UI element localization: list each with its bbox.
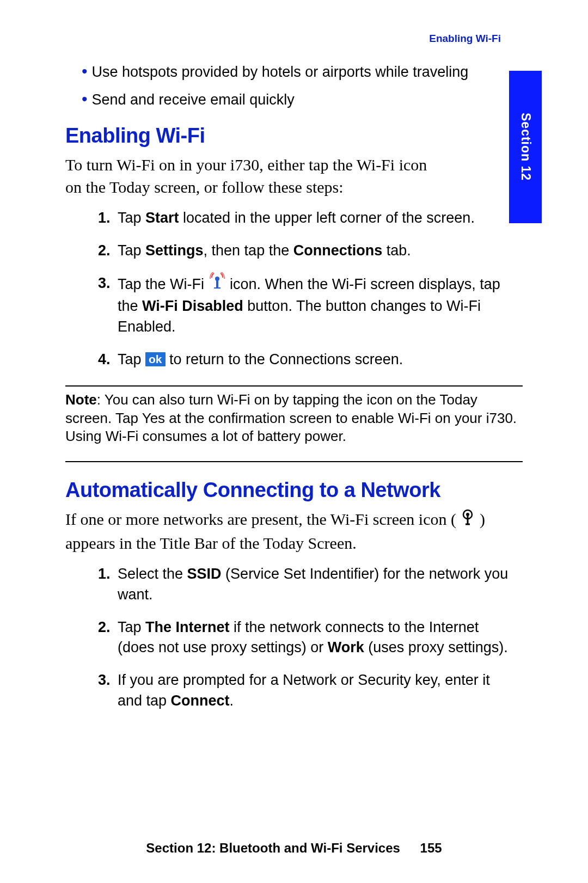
bold-text: Settings bbox=[145, 242, 204, 259]
step-4: Tap ok to return to the Connections scre… bbox=[98, 349, 517, 370]
svg-point-1 bbox=[215, 277, 219, 281]
note-block: Note: You can also turn Wi-Fi on by tapp… bbox=[65, 391, 523, 446]
page-content: Enabling Wi-Fi Section 12 • Use hotspots… bbox=[0, 0, 588, 883]
steps-auto-connect: Select the SSID (Service Set Indentifier… bbox=[98, 564, 523, 712]
steps-enabling: Tap Start located in the upper left corn… bbox=[98, 208, 523, 370]
bold-text: SSID bbox=[187, 566, 222, 582]
divider bbox=[65, 461, 523, 462]
intro-paragraph-1: To turn Wi-Fi on in your i730, either ta… bbox=[65, 154, 523, 198]
page-footer: Section 12: Bluetooth and Wi-Fi Services… bbox=[0, 841, 588, 856]
step-3: If you are prompted for a Network or Sec… bbox=[98, 670, 517, 712]
bold-text: Connections bbox=[293, 242, 383, 259]
bullet-icon: • bbox=[82, 91, 88, 107]
text: Tap bbox=[118, 619, 145, 635]
bold-text: Start bbox=[145, 210, 179, 226]
text: to return to the Connections screen. bbox=[169, 351, 403, 367]
bold-text: The Internet bbox=[145, 619, 230, 635]
text: , then tap the bbox=[204, 242, 293, 259]
intro-bullets: • Use hotspots provided by hotels or air… bbox=[82, 61, 523, 111]
list-item: • Use hotspots provided by hotels or air… bbox=[82, 61, 523, 83]
heading-enabling-wifi: Enabling Wi-Fi bbox=[65, 124, 523, 148]
wifi-screen-icon bbox=[460, 509, 475, 531]
text: Tap bbox=[118, 210, 145, 226]
step-1: Select the SSID (Service Set Indentifier… bbox=[98, 564, 517, 605]
bullet-icon: • bbox=[82, 63, 88, 79]
bold-text: Connect bbox=[171, 692, 230, 709]
list-item: • Send and receive email quickly bbox=[82, 89, 523, 111]
bullet-text: Send and receive email quickly bbox=[92, 89, 295, 111]
heading-auto-connect: Automatically Connecting to a Network bbox=[65, 479, 523, 502]
section-tab: Section 12 bbox=[509, 71, 542, 223]
step-1: Tap Start located in the upper left corn… bbox=[98, 208, 517, 229]
text: located in the upper left corner of the … bbox=[179, 210, 475, 226]
text: (uses proxy settings). bbox=[364, 639, 508, 655]
page-number: 155 bbox=[420, 841, 442, 855]
step-2: Tap The Internet if the network connects… bbox=[98, 617, 517, 659]
footer-section-title: Section 12: Bluetooth and Wi-Fi Services bbox=[146, 841, 400, 855]
note-body: : You can also turn Wi-Fi on by tapping … bbox=[65, 391, 517, 445]
text: Select the bbox=[118, 566, 187, 582]
text: tab. bbox=[382, 242, 411, 259]
wifi-antenna-icon bbox=[209, 272, 226, 296]
running-header: Enabling Wi-Fi bbox=[65, 33, 523, 45]
bullet-text: Use hotspots provided by hotels or airpo… bbox=[92, 61, 469, 83]
text: Tap bbox=[118, 242, 145, 259]
text: Tap bbox=[118, 351, 145, 367]
svg-rect-0 bbox=[216, 280, 218, 289]
ok-badge-icon: ok bbox=[145, 352, 166, 366]
bold-text: Wi-Fi Disabled bbox=[142, 298, 243, 314]
intro-paragraph-2: If one or more networks are present, the… bbox=[65, 508, 523, 554]
text: If one or more networks are present, the… bbox=[65, 510, 460, 528]
step-2: Tap Settings, then tap the Connections t… bbox=[98, 241, 517, 261]
text: . bbox=[230, 692, 234, 709]
bold-text: Work bbox=[328, 639, 364, 655]
divider bbox=[65, 385, 523, 387]
step-3: Tap the Wi-Fi icon. When the Wi-Fi scree… bbox=[98, 273, 517, 338]
text: Tap the Wi-Fi bbox=[118, 275, 209, 292]
note-label: Note bbox=[65, 391, 97, 408]
